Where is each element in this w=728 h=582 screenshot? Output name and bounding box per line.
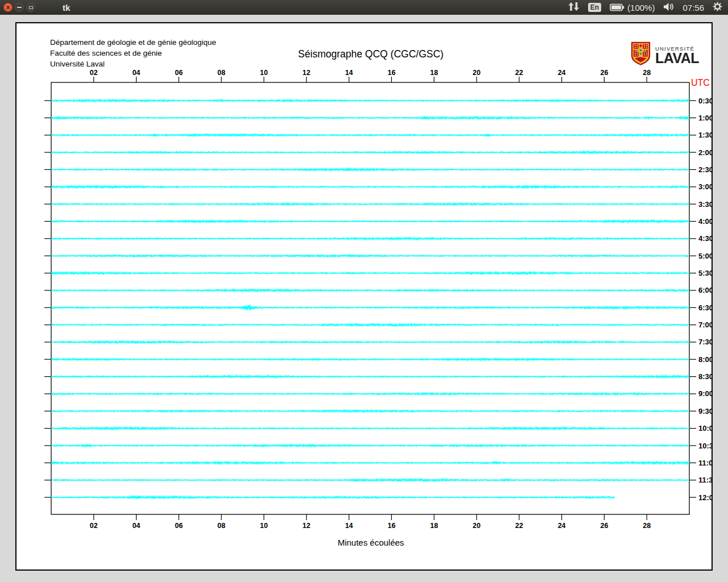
utc-time-label: 8:00 [698,355,712,364]
seismo-trace [51,289,689,292]
utc-time-label: 4:00 [698,217,712,226]
seismo-trace [51,496,615,499]
x-tick-label-bottom: 24 [558,522,566,530]
x-tick-label-top: 18 [430,69,438,77]
seismo-trace [51,255,689,257]
volume-icon[interactable] [663,2,674,13]
x-tick-label-top: 02 [90,69,98,77]
utc-time-label: 8:30 [698,372,712,381]
seismo-trace [51,410,689,412]
utc-time-label: 5:00 [698,252,712,260]
seismogram-plot: 0202040406060808101012121414161618182020… [16,23,712,569]
seismo-trace [51,238,689,240]
seismo-trace [51,444,689,447]
x-tick-label-top: 12 [303,69,311,77]
x-tick-label-bottom: 12 [303,522,311,530]
utc-time-label: 3:30 [698,200,712,209]
seismo-trace [51,99,689,102]
x-axis-title: Minutes écoulées [338,538,404,547]
utc-time-label: 1:30 [698,131,712,139]
x-tick-label-top: 08 [217,69,225,77]
utc-time-label: 2:30 [698,165,712,174]
x-tick-label-top: 14 [345,69,353,77]
seismo-trace [51,134,689,136]
x-tick-label-top: 04 [133,69,140,77]
x-tick-label-top: 06 [175,69,183,77]
seismo-trace [51,185,689,188]
seismo-trace [51,375,689,378]
window-title: tk [63,3,70,13]
seismo-trace [51,272,689,275]
seismo-trace [51,479,689,481]
x-tick-label-top: 24 [558,69,566,77]
seismo-trace [51,220,689,223]
utc-time-label: 6:00 [698,286,712,294]
seismo-trace [51,203,689,205]
x-tick-label-bottom: 10 [260,522,268,530]
maximize-button[interactable] [26,3,35,12]
x-tick-label-bottom: 14 [345,522,353,530]
minimize-button[interactable] [15,3,24,12]
x-tick-label-bottom: 08 [217,522,225,530]
utc-time-label: 11:30 [698,476,712,484]
x-tick-label-bottom: 04 [133,522,140,530]
x-tick-label-top: 10 [260,69,268,77]
seismo-trace [51,341,689,343]
x-tick-label-top: 16 [387,69,395,77]
keyboard-layout-indicator[interactable]: En [588,3,601,12]
seismo-trace [51,151,689,153]
utc-time-label: 9:00 [698,389,712,398]
close-button[interactable]: ✕ [3,3,13,12]
clock[interactable]: 07:56 [682,3,704,13]
system-tray: En (100%) 07:56 [568,2,722,13]
x-tick-label-bottom: 18 [430,522,438,530]
x-tick-label-top: 20 [473,69,481,77]
x-tick-label-bottom: 20 [473,522,481,530]
window-controls: ✕ [3,3,35,12]
utc-time-label: 7:30 [698,338,712,346]
gear-icon[interactable] [713,2,722,13]
utc-time-label: 10:00 [698,424,712,433]
utc-time-label: 7:00 [698,321,712,329]
seismo-trace [51,393,689,395]
x-tick-label-bottom: 16 [387,522,395,530]
utc-time-label: 0:30 [698,97,712,105]
system-titlebar: ✕ tk En (100%) 07:56 [0,0,728,15]
utc-time-label: 11:00 [698,459,712,467]
utc-time-label: 2:00 [698,148,712,157]
x-tick-label-top: 22 [515,69,523,77]
seismo-trace [51,358,689,360]
x-tick-label-top: 28 [643,69,651,77]
x-tick-label-bottom: 28 [643,522,651,530]
utc-time-label: 5:30 [698,269,712,277]
utc-time-label: 12:00 [698,493,712,502]
utc-time-label: 6:30 [698,304,712,312]
utc-time-label: 10:30 [698,442,712,450]
seismograph-window: Département de géologie et de génie géol… [15,22,713,571]
seismo-trace [51,427,689,430]
utc-time-label: 3:00 [698,182,712,191]
utc-time-label: 9:30 [698,407,712,415]
x-tick-label-bottom: 02 [90,522,98,530]
battery-indicator[interactable]: (100%) [610,3,655,13]
utc-time-label: 4:30 [698,234,712,243]
seismo-trace [51,323,689,326]
x-tick-label-bottom: 22 [515,522,523,530]
x-tick-label-bottom: 26 [600,522,608,530]
seismo-trace [51,116,689,119]
utc-time-label: 1:00 [698,114,712,122]
seismo-trace [51,305,689,311]
x-tick-label-top: 26 [600,69,608,77]
keyboard-arrows-icon[interactable] [568,2,580,13]
seismo-trace [51,462,689,464]
x-tick-label-bottom: 06 [175,522,183,530]
battery-percent: (100%) [627,3,655,13]
battery-icon [610,3,624,12]
utc-axis-title: UTC [691,78,710,88]
plot-border [51,82,689,514]
seismo-trace [51,168,689,171]
